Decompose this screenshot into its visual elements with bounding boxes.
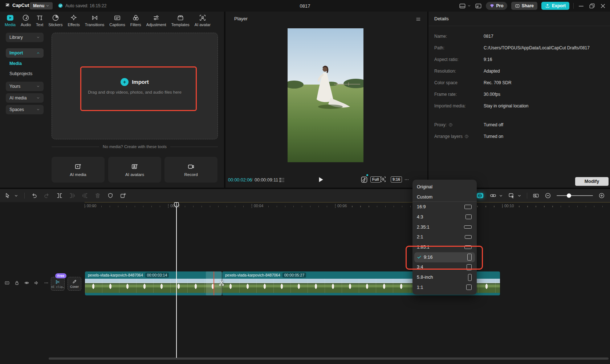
- toolbar-item[interactable]: [69, 192, 76, 199]
- menu-item[interactable]: Custom: [412, 192, 477, 202]
- toolbar-item[interactable]: [17, 194, 18, 198]
- cover-button[interactable]: Cover: [68, 277, 81, 291]
- tab[interactable]: Audio: [18, 12, 33, 29]
- autoselect-icon[interactable]: [508, 192, 515, 199]
- chevron-down-icon[interactable]: [517, 194, 521, 198]
- tab[interactable]: Transitions: [82, 12, 107, 29]
- menu-item[interactable]: 3:4: [412, 262, 477, 273]
- split-icon[interactable]: [56, 192, 63, 199]
- split-left-icon[interactable]: [69, 192, 76, 199]
- tab[interactable]: Filters: [128, 12, 144, 29]
- mirror-grid-icon[interactable]: [278, 176, 285, 184]
- split-right-icon[interactable]: [82, 192, 88, 199]
- sidebar-item[interactable]: Library: [6, 33, 44, 42]
- tool-card[interactable]: Record: [164, 157, 217, 183]
- toolbar-item[interactable]: [44, 192, 50, 199]
- tab[interactable]: Media: [2, 12, 18, 29]
- redo-icon[interactable]: [44, 192, 50, 199]
- sidebar-item[interactable]: Yours: [6, 82, 44, 91]
- chevron-down-icon[interactable]: [499, 194, 503, 198]
- timeline-zoom-slider[interactable]: [557, 195, 593, 196]
- menu-item[interactable]: 4:3: [412, 212, 477, 222]
- tab[interactable]: Text: [33, 12, 46, 29]
- tab[interactable]: Templates: [169, 12, 192, 29]
- toolbar-item[interactable]: [545, 192, 551, 199]
- eye-icon[interactable]: [24, 280, 29, 286]
- menu-item[interactable]: 2:1: [412, 232, 477, 242]
- zoom-slider-thumb[interactable]: [567, 193, 571, 198]
- menu-item[interactable]: 2.35:1: [412, 222, 477, 232]
- toolbar-item[interactable]: [527, 193, 527, 199]
- toolbar-item[interactable]: [120, 192, 126, 199]
- more-dots-icon[interactable]: [44, 280, 49, 286]
- play-button[interactable]: [317, 176, 325, 184]
- toolbar-item[interactable]: [4, 192, 11, 199]
- trash-icon[interactable]: [94, 192, 101, 199]
- player-options-icon[interactable]: [415, 16, 421, 22]
- mask-icon[interactable]: [107, 192, 114, 199]
- sidebar-item[interactable]: Media: [6, 60, 44, 67]
- pro-button[interactable]: Pro: [486, 2, 507, 10]
- tab[interactable]: AI avatar: [192, 12, 213, 29]
- zoom-out-icon[interactable]: [545, 192, 551, 199]
- lock-icon[interactable]: [14, 280, 20, 286]
- sidebar-item[interactable]: AI media: [6, 93, 44, 103]
- toolbar-item[interactable]: [533, 192, 539, 199]
- toolbar-item[interactable]: [82, 192, 88, 199]
- snap-icon[interactable]: [476, 192, 484, 200]
- link-icon[interactable]: [490, 192, 496, 199]
- tool-card[interactable]: AI media: [52, 157, 105, 183]
- menu-item[interactable]: Original: [412, 182, 477, 192]
- notes-panel-icon[interactable]: [475, 3, 482, 9]
- menu-item[interactable]: 9:16: [414, 252, 475, 262]
- toolbar-item[interactable]: [107, 192, 114, 199]
- search-frame-icon[interactable]: [380, 176, 386, 183]
- playhead-line[interactable]: [176, 203, 177, 358]
- tool-card[interactable]: AI avatars: [108, 157, 161, 183]
- import-dropzone[interactable]: + Import Drag and drop videos, photos, a…: [52, 33, 218, 139]
- toolbar-item[interactable]: [508, 192, 515, 199]
- undo-icon[interactable]: [31, 192, 37, 199]
- aspect-ratio-button[interactable]: 9:16: [391, 176, 402, 183]
- tab[interactable]: Adjustment: [144, 12, 169, 29]
- help-icon[interactable]: [464, 134, 469, 139]
- toolbar-item[interactable]: [24, 193, 25, 199]
- timeline-ruler[interactable]: 00:00 00:02 00:04 00:06 00:08 00:10: [0, 203, 610, 210]
- menu-item[interactable]: 5.8-inch: [412, 272, 477, 282]
- export-button[interactable]: Export: [541, 2, 569, 10]
- ai-clip-button[interactable]: AI clip…: [51, 277, 65, 291]
- menu-item[interactable]: 16:9: [412, 202, 477, 212]
- tiktok-icon[interactable]: [361, 176, 368, 183]
- menu-item[interactable]: 1:1: [412, 282, 477, 293]
- layout-panels-icon[interactable]: [459, 3, 466, 9]
- zoom-in-icon[interactable]: [598, 192, 605, 199]
- playhead-handle[interactable]: [174, 202, 179, 208]
- tab[interactable]: Captions: [107, 12, 127, 29]
- track-video-icon[interactable]: [4, 280, 10, 286]
- toolbar-item[interactable]: [520, 194, 521, 198]
- horizontal-scrollbar[interactable]: [49, 357, 609, 360]
- timeline-clip[interactable]: pexels-vlada-karpovich-8487064 00:00:03:…: [85, 271, 222, 295]
- toolbar-item[interactable]: [31, 192, 37, 199]
- minimize-icon[interactable]: [578, 3, 585, 9]
- toolbar-item[interactable]: [502, 194, 503, 198]
- select-icon[interactable]: [4, 192, 11, 199]
- chevron-down-icon[interactable]: [14, 194, 18, 198]
- toolbar-item[interactable]: [490, 192, 496, 199]
- share-button[interactable]: Share: [511, 2, 537, 10]
- help-icon[interactable]: [448, 123, 453, 127]
- full-quality-button[interactable]: Full: [370, 176, 381, 183]
- tab[interactable]: Stickers: [46, 12, 65, 29]
- menu-item[interactable]: 1.85:1: [412, 242, 477, 252]
- more-dots-icon[interactable]: [404, 177, 410, 183]
- speaker-icon[interactable]: [34, 280, 39, 286]
- close-icon[interactable]: [599, 3, 606, 9]
- axis-icon[interactable]: [533, 192, 539, 199]
- sidebar-item[interactable]: Spaces: [6, 105, 44, 114]
- restore-window-icon[interactable]: [589, 3, 595, 9]
- overwrite-icon[interactable]: [120, 192, 126, 199]
- chevron-down-icon[interactable]: [467, 4, 471, 8]
- toolbar-item[interactable]: [94, 192, 101, 199]
- toolbar-item[interactable]: [476, 192, 484, 200]
- sidebar-item[interactable]: Subprojects: [6, 70, 44, 77]
